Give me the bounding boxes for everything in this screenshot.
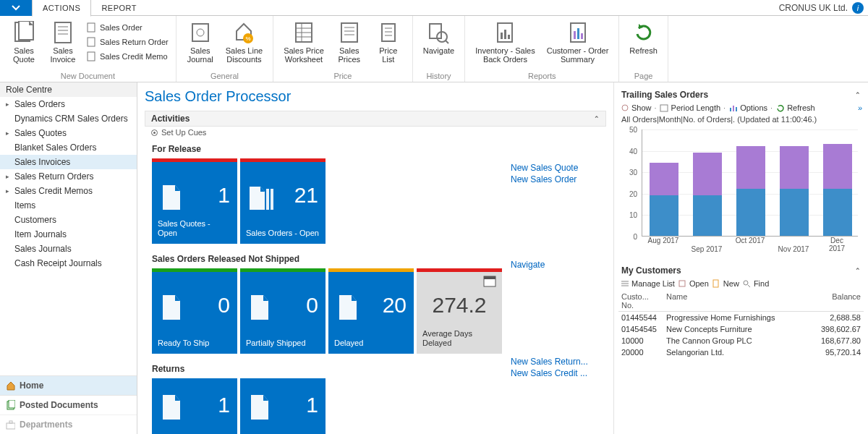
cue-tile[interactable]: 0Partially Shipped bbox=[240, 268, 326, 354]
setup-cues-link[interactable]: Set Up Cues bbox=[161, 128, 206, 137]
action-link[interactable]: Navigate bbox=[511, 260, 588, 270]
collapse-icon[interactable]: ⌃ bbox=[594, 115, 600, 122]
tile-label: Ready To Ship bbox=[158, 339, 231, 348]
customer-row[interactable]: 01454545New Concepts Furniture398,602.67 bbox=[618, 323, 864, 335]
customer-row[interactable]: 10000The Cannon Group PLC168,677.80 bbox=[618, 335, 864, 346]
page-title: Sales Order Processor bbox=[145, 88, 606, 105]
activities-title: Activities bbox=[151, 114, 190, 124]
nav-item[interactable]: Sales Return Orders bbox=[0, 169, 137, 184]
trailing-sales-chart: 01020304050Aug 2017Sep 2017Oct 2017Nov 2… bbox=[621, 127, 861, 257]
action-link[interactable]: New Sales Return... bbox=[511, 357, 588, 367]
cue-tile[interactable]: 0Ready To Ship bbox=[152, 268, 237, 354]
navigate-button[interactable]: Navigate bbox=[417, 17, 460, 70]
document-icon bbox=[159, 393, 184, 422]
tile-value: 1 bbox=[306, 393, 318, 417]
nav-item[interactable]: Cash Receipt Journals bbox=[0, 256, 137, 271]
nav-item[interactable]: Item Journals bbox=[0, 227, 137, 242]
tile-label: Delayed bbox=[334, 339, 408, 348]
sales-order-button[interactable]: Sales Order bbox=[82, 20, 171, 35]
cue-tile[interactable]: 1 bbox=[152, 378, 237, 434]
svg-rect-43 bbox=[266, 189, 269, 210]
x-axis-label: Sep 2017 bbox=[692, 245, 723, 253]
nav-item[interactable]: Sales Quotes bbox=[0, 126, 137, 140]
svg-rect-34 bbox=[574, 31, 576, 39]
help-icon[interactable]: i bbox=[852, 2, 864, 14]
sales-line-discounts-button[interactable]: %Sales Line Discounts bbox=[220, 17, 268, 70]
svg-rect-49 bbox=[730, 108, 731, 111]
cue-tile[interactable]: 1 bbox=[240, 378, 326, 434]
x-axis-label: Nov 2017 bbox=[778, 245, 809, 253]
svg-rect-35 bbox=[577, 28, 579, 39]
nav-item[interactable]: Items bbox=[0, 198, 137, 213]
nav-item[interactable]: Dynamics CRM Sales Orders bbox=[0, 111, 137, 126]
svg-line-58 bbox=[748, 285, 750, 287]
period-length-button[interactable]: Period Length bbox=[660, 103, 721, 112]
calendar-icon bbox=[483, 274, 496, 287]
customer-order-summary-button[interactable]: Customer - Order Summary bbox=[541, 17, 615, 70]
chart-bar bbox=[693, 153, 722, 236]
document-icon bbox=[247, 293, 272, 322]
cue-tile[interactable]: 20Delayed bbox=[328, 268, 414, 354]
app-menu-button[interactable] bbox=[0, 0, 32, 16]
tile-label: Sales Quotes - Open bbox=[158, 219, 231, 238]
customer-row[interactable]: 01445544Progressive Home Furnishings2,68… bbox=[618, 312, 864, 323]
manage-list-button[interactable]: Manage List bbox=[620, 278, 675, 288]
sales-credit-memo-button[interactable]: Sales Credit Memo bbox=[82, 49, 171, 64]
action-link[interactable]: New Sales Credit ... bbox=[511, 368, 588, 378]
new-button[interactable]: New bbox=[712, 278, 739, 288]
tab-report[interactable]: REPORT bbox=[91, 0, 147, 16]
tab-actions[interactable]: ACTIONS bbox=[32, 0, 91, 17]
inventory-back-orders-button[interactable]: Inventory - Sales Back Orders bbox=[469, 17, 541, 70]
tile-value: 0 bbox=[218, 293, 230, 318]
options-button[interactable]: Options bbox=[728, 103, 767, 112]
nav-item[interactable]: Blanket Sales Orders bbox=[0, 140, 137, 155]
action-link[interactable]: New Sales Quote bbox=[511, 163, 588, 173]
find-button[interactable]: Find bbox=[742, 278, 769, 288]
svg-rect-38 bbox=[9, 400, 15, 408]
tile-value: 274.2 bbox=[432, 293, 486, 318]
chart-bar bbox=[736, 146, 765, 236]
refresh-chart-button[interactable]: Refresh bbox=[775, 103, 815, 112]
svg-rect-22 bbox=[382, 24, 395, 41]
sales-journal-button[interactable]: Sales Journal bbox=[181, 17, 220, 70]
cue-tile[interactable]: 21Sales Orders - Open bbox=[240, 158, 326, 244]
nav-posted-documents[interactable]: Posted Documents bbox=[0, 395, 137, 414]
sales-invoice-button[interactable]: Sales Invoice bbox=[43, 17, 82, 70]
nav-role-centre[interactable]: Role Centre bbox=[0, 82, 137, 97]
tile-value: 1 bbox=[218, 393, 230, 417]
nav-item[interactable]: Sales Invoices bbox=[0, 155, 137, 169]
cue-tile[interactable]: 274.2Average Days Delayed bbox=[417, 268, 502, 354]
sales-quote-button[interactable]: Sales Quote bbox=[4, 17, 43, 70]
main-content: Sales Order Processor Activities⌃ Set Up… bbox=[137, 82, 613, 434]
open-button[interactable]: Open bbox=[678, 278, 709, 288]
price-list-button[interactable]: Price List bbox=[369, 17, 408, 70]
nav-departments[interactable]: Departments bbox=[0, 414, 137, 434]
x-axis-label: Aug 2017 bbox=[648, 237, 679, 244]
collapse-icon[interactable]: ⌃ bbox=[855, 267, 861, 274]
chart-bar bbox=[823, 144, 852, 236]
chart-bar bbox=[780, 146, 809, 236]
collapse-icon[interactable]: ⌃ bbox=[855, 91, 861, 98]
show-button[interactable]: Show bbox=[620, 103, 652, 112]
chart-status: All Orders|Month|No. of Orders|. (Update… bbox=[618, 115, 864, 127]
document-icon bbox=[247, 183, 275, 212]
more-icon[interactable]: » bbox=[858, 103, 862, 112]
svg-rect-50 bbox=[733, 106, 734, 111]
nav-item[interactable]: Sales Journals bbox=[0, 242, 137, 256]
trailing-title: Trailing Sales Orders bbox=[621, 90, 708, 100]
sales-return-order-button[interactable]: Sales Return Order bbox=[82, 35, 171, 49]
sales-prices-button[interactable]: Sales Prices bbox=[330, 17, 369, 70]
navigate-icon bbox=[426, 20, 451, 45]
group-label: Price bbox=[278, 70, 408, 82]
refresh-button[interactable]: Refresh bbox=[624, 17, 663, 70]
nav-item[interactable]: Sales Orders bbox=[0, 97, 137, 111]
svg-rect-46 bbox=[484, 276, 495, 279]
action-link[interactable]: New Sales Order bbox=[511, 174, 588, 184]
cue-tile[interactable]: 1Sales Quotes - Open bbox=[152, 158, 237, 244]
customer-row[interactable]: 20000Selangorian Ltd.95,720.14 bbox=[618, 346, 864, 358]
nav-item[interactable]: Sales Credit Memos bbox=[0, 184, 137, 198]
sales-price-worksheet-button[interactable]: Sales Price Worksheet bbox=[278, 17, 330, 70]
nav-home[interactable]: Home bbox=[0, 375, 137, 395]
nav-item[interactable]: Customers bbox=[0, 213, 137, 227]
document-icon bbox=[159, 293, 184, 322]
